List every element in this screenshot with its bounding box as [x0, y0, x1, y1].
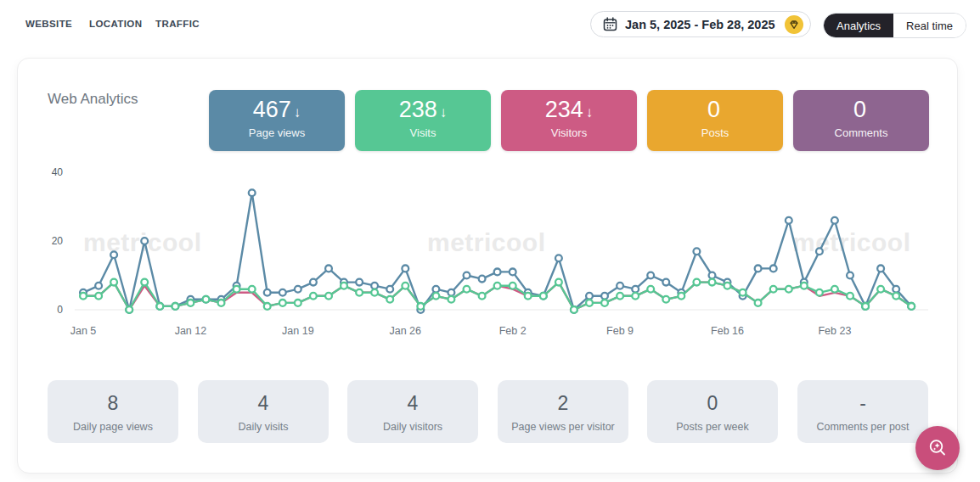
- data-point-page-views[interactable]: [464, 272, 470, 279]
- data-point-visits[interactable]: [908, 303, 915, 310]
- data-point-page-views[interactable]: [494, 269, 501, 276]
- date-range-picker[interactable]: Jan 5, 2025 - Feb 28, 2025: [590, 11, 811, 37]
- data-point-visits[interactable]: [647, 286, 654, 293]
- data-point-visits[interactable]: [249, 286, 256, 293]
- data-point-visits[interactable]: [510, 283, 516, 289]
- data-point-visits[interactable]: [433, 293, 440, 300]
- data-point-page-views[interactable]: [586, 293, 593, 300]
- data-point-page-views[interactable]: [371, 283, 378, 289]
- data-point-visits[interactable]: [126, 306, 132, 313]
- data-point-visits[interactable]: [571, 306, 577, 313]
- data-point-visits[interactable]: [632, 293, 639, 300]
- data-point-visits[interactable]: [110, 279, 117, 286]
- data-point-page-views[interactable]: [95, 283, 102, 289]
- data-point-visits[interactable]: [724, 283, 731, 289]
- data-point-visits[interactable]: [525, 293, 532, 300]
- stat-card-visits[interactable]: 238↓ Visits: [355, 90, 491, 151]
- toggle-analytics[interactable]: Analytics: [824, 14, 893, 37]
- data-point-page-views[interactable]: [893, 286, 899, 293]
- data-point-visits[interactable]: [402, 283, 408, 289]
- data-point-visits[interactable]: [325, 293, 332, 300]
- data-point-visits[interactable]: [279, 300, 286, 306]
- data-point-visits[interactable]: [831, 286, 838, 293]
- data-point-visits[interactable]: [479, 293, 486, 300]
- data-point-page-views[interactable]: [110, 251, 117, 258]
- data-point-visits[interactable]: [786, 286, 792, 293]
- data-point-page-views[interactable]: [662, 279, 669, 286]
- data-point-visits[interactable]: [816, 289, 823, 296]
- data-point-page-views[interactable]: [325, 266, 332, 272]
- data-point-visits[interactable]: [755, 300, 762, 306]
- data-point-visits[interactable]: [264, 303, 271, 310]
- data-point-visits[interactable]: [847, 293, 853, 300]
- data-point-page-views[interactable]: [510, 269, 516, 276]
- data-point-visits[interactable]: [617, 293, 623, 300]
- data-point-visits[interactable]: [862, 303, 869, 310]
- data-point-visits[interactable]: [341, 283, 347, 289]
- data-point-page-views[interactable]: [877, 266, 884, 272]
- data-point-page-views[interactable]: [694, 248, 701, 255]
- data-point-visits[interactable]: [586, 300, 593, 306]
- data-point-page-views[interactable]: [601, 293, 608, 300]
- data-point-visits[interactable]: [141, 279, 148, 286]
- data-point-visits[interactable]: [417, 303, 424, 310]
- data-point-visits[interactable]: [740, 289, 746, 296]
- stat-card-visitors[interactable]: 234↓ Visitors: [501, 90, 637, 151]
- data-point-page-views[interactable]: [617, 283, 623, 289]
- data-point-page-views[interactable]: [479, 276, 486, 283]
- data-point-page-views[interactable]: [249, 189, 256, 196]
- data-point-visits[interactable]: [494, 283, 501, 289]
- data-point-page-views[interactable]: [847, 272, 853, 279]
- data-point-page-views[interactable]: [433, 286, 440, 293]
- data-point-visits[interactable]: [234, 286, 240, 293]
- data-point-page-views[interactable]: [555, 255, 562, 261]
- data-point-page-views[interactable]: [386, 286, 393, 293]
- data-point-page-views[interactable]: [356, 279, 363, 286]
- data-point-visits[interactable]: [203, 296, 210, 303]
- chart-canvas[interactable]: 02040Jan 5Jan 12Jan 19Jan 26Feb 2Feb 9Fe…: [37, 162, 945, 345]
- data-point-page-views[interactable]: [786, 217, 792, 224]
- data-point-visits[interactable]: [770, 286, 777, 293]
- traffic-line-chart[interactable]: metricool metricool metricool 02040Jan 5…: [37, 162, 945, 345]
- data-point-visits[interactable]: [877, 286, 884, 293]
- data-point-page-views[interactable]: [647, 272, 654, 279]
- tab-traffic[interactable]: TRAFFIC: [155, 19, 200, 29]
- data-point-visits[interactable]: [386, 296, 393, 303]
- data-point-visits[interactable]: [801, 283, 808, 289]
- data-point-page-views[interactable]: [632, 286, 639, 293]
- stat-card-page-views[interactable]: 467↓ Page views: [209, 90, 345, 151]
- data-point-visits[interactable]: [188, 300, 194, 306]
- data-point-page-views[interactable]: [755, 266, 762, 272]
- data-point-page-views[interactable]: [264, 289, 271, 296]
- data-point-visits[interactable]: [709, 279, 716, 286]
- data-point-visits[interactable]: [295, 300, 301, 306]
- stat-card-comments[interactable]: 0 Comments: [793, 90, 929, 151]
- data-point-page-views[interactable]: [402, 266, 408, 272]
- data-point-page-views[interactable]: [709, 272, 716, 279]
- data-point-visits[interactable]: [156, 303, 163, 310]
- data-point-visits[interactable]: [555, 279, 562, 286]
- data-point-visits[interactable]: [464, 286, 470, 293]
- data-point-visits[interactable]: [95, 293, 102, 300]
- data-point-visits[interactable]: [310, 293, 317, 300]
- data-point-visits[interactable]: [448, 296, 455, 303]
- data-point-visits[interactable]: [678, 293, 684, 300]
- data-point-visits[interactable]: [893, 293, 899, 300]
- data-point-page-views[interactable]: [141, 238, 148, 244]
- data-point-visits[interactable]: [356, 289, 363, 296]
- zoom-search-button[interactable]: [915, 426, 960, 470]
- data-point-visits[interactable]: [371, 289, 378, 296]
- data-point-page-views[interactable]: [770, 266, 777, 272]
- tab-location[interactable]: LOCATION: [89, 19, 142, 29]
- data-point-page-views[interactable]: [816, 248, 823, 255]
- data-point-visits[interactable]: [601, 300, 608, 306]
- tab-website[interactable]: WEBSITE: [25, 19, 72, 29]
- data-point-visits[interactable]: [662, 296, 669, 303]
- data-point-page-views[interactable]: [295, 286, 301, 293]
- data-point-page-views[interactable]: [831, 217, 838, 224]
- data-point-page-views[interactable]: [448, 289, 455, 296]
- data-point-visits[interactable]: [80, 293, 87, 300]
- data-point-page-views[interactable]: [279, 289, 286, 296]
- data-point-visits[interactable]: [218, 300, 225, 306]
- toggle-real-time[interactable]: Real time: [893, 14, 966, 37]
